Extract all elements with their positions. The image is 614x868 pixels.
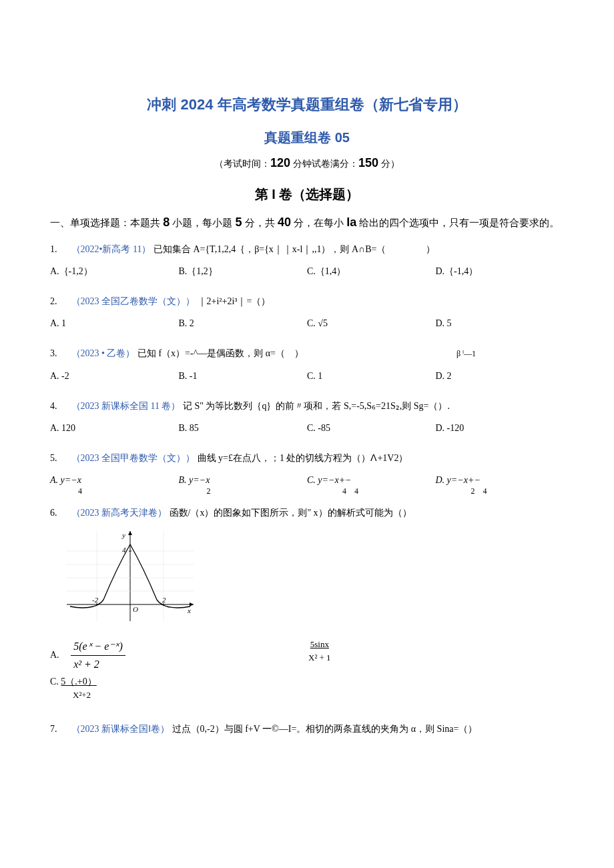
option-a-main: A. y=−x: [50, 475, 81, 485]
instr-text: 给出的四个选项中，只有一项是符合要求的。: [356, 217, 559, 228]
q-number: 2.: [50, 293, 69, 310]
option-a-sub: 4: [77, 487, 83, 495]
option-b-numerator: 5sinx: [307, 638, 332, 651]
instr-num: Ia: [346, 215, 356, 229]
instr-text: 分，在每小: [291, 217, 346, 228]
instructions: 一、单项选择题：本题共 8 小题，每小题 5 分，共 40 分，在每小 Ia 给…: [50, 213, 564, 232]
exam-info-mid: 分钟试卷满分：: [290, 158, 358, 169]
q-source: （2023 新课标全国 11 卷）: [71, 401, 181, 411]
option-c-sub: 4 4: [334, 487, 367, 495]
svg-text:O: O: [133, 605, 138, 613]
q-source: （2023 全国甲卷数学（文））: [71, 453, 196, 463]
option-c-main: C. y=−x+−: [307, 475, 352, 485]
instr-num: 5: [236, 215, 242, 229]
instr-text: 一、单项选择题：本题共: [50, 217, 163, 228]
exam-time: 120: [270, 156, 290, 169]
option-a-denominator: x² + 2: [71, 656, 125, 673]
question-6: 6. （2023 新高考天津卷） 函数/（x）的图象如下图所示，则" x）的解析…: [50, 504, 564, 702]
question-1: 1. （2022•新高考 11） 已知集合 A={T,1,2,4｛，β={x｜｜…: [50, 241, 564, 280]
q-number: 7.: [50, 721, 69, 737]
option-b-denominator: X² + 1: [307, 651, 332, 665]
option-d: D. 5: [436, 315, 565, 332]
q-stem-text: 记 S" 为等比数列｛q｝的前〃项和，若 S,=-5,S₆=21S₂,则 Sg=…: [183, 401, 450, 411]
q-blank-paren: ）: [388, 244, 435, 254]
option-b: B. y=−x 2: [179, 472, 308, 496]
exam-score: 150: [358, 156, 378, 169]
option-c: C. -85: [307, 420, 436, 436]
question-4: 4. （2023 新课标全国 11 卷） 记 S" 为等比数列｛q｝的前〃项和，…: [50, 398, 564, 436]
q-stem-text: 过点（0,-2）与圆 f+V 一©—I=。相切的两条直线的夹角为 α，则 Sin…: [172, 724, 478, 734]
sub-title: 真题重组卷 05: [50, 127, 564, 147]
options: A. 120 B. 85 C. -85 D. -120: [50, 420, 564, 436]
question-7: 7. （2023 新课标全国Ⅰ卷） 过点（0,-2）与圆 f+V 一©—I=。相…: [50, 721, 564, 737]
option-c-numerator: 5（.+0）: [61, 677, 96, 687]
question-5: 5. （2023 全国甲卷数学（文）） 曲线 y=£在点八，；1 处的切线方程为…: [50, 450, 564, 496]
q-stem-text: ｜2+i²+2i³｜=（）: [198, 296, 271, 306]
option-c-denominator: X²+2: [73, 689, 564, 702]
q-source: （2023 全国乙卷数学（文））: [71, 296, 196, 306]
option-b: B.｛1,2｝: [179, 263, 308, 280]
instr-text: 分，共: [242, 217, 278, 228]
option-b: 5sinx X² + 1: [307, 638, 564, 673]
option-a-numerator: 5(eˣ − e⁻ˣ): [71, 638, 125, 656]
svg-text:-2: -2: [92, 596, 99, 604]
option-b-main: B. y=−x: [179, 475, 210, 485]
svg-text:y: y: [121, 531, 125, 539]
q-stem-text: 曲线 y=£在点八，；1 处的切线方程为（）Ʌ+1V2）: [198, 453, 408, 463]
section-title: 第 I 卷（选择题）: [50, 184, 564, 204]
option-a: A. 5(eˣ − e⁻ˣ) x² + 2: [50, 638, 307, 673]
options: A.｛-1,2） B.｛1,2｝ C.｛1,4） D.｛-1,4）: [50, 263, 564, 280]
svg-text:x: x: [187, 606, 191, 614]
option-d: D. -120: [436, 420, 565, 436]
option-a: A.｛-1,2）: [50, 263, 179, 280]
option-a: A. -2: [50, 368, 179, 384]
svg-text:4: 4: [122, 546, 126, 554]
q-source: （2022•新高考 11）: [71, 244, 151, 254]
q-stem-sub: β ˡ—1: [446, 350, 486, 358]
instr-text: 小题，每小题: [170, 217, 235, 228]
q-source: （2023 • 乙卷）: [71, 348, 135, 358]
question-3: 3. （2023 • 乙卷） 已知 f（x）=-^—是偶函数，则 α=（ ） β…: [50, 345, 564, 384]
exam-info-post: 分）: [378, 158, 400, 169]
option-d-main: D. y=−x+−: [436, 475, 481, 485]
options-row-ab: A. 5(eˣ − e⁻ˣ) x² + 2 5sinx X² + 1: [50, 638, 564, 673]
option-b: B. 2: [179, 315, 308, 332]
option-d: D. 2: [436, 368, 565, 384]
q-number: 6.: [50, 504, 69, 521]
option-b: B. -1: [179, 368, 308, 384]
svg-text:2: 2: [162, 596, 166, 604]
option-c: C. y=−x+− 4 4: [307, 472, 436, 496]
options: A. y=−x 4 B. y=−x 2 C. y=−x+− 4 4 D. y=−…: [50, 472, 564, 496]
q-stem-text: 已知集合 A={T,1,2,4｛，β={x｜｜x-l｜,,1），则 A∩B=（: [154, 244, 386, 254]
option-a: A. 1: [50, 315, 179, 332]
q-number: 5.: [50, 450, 69, 466]
option-c-label: C.: [50, 677, 61, 687]
q-stem-text: 已知 f（x）=-^—是偶函数，则 α=（ ）: [137, 348, 304, 358]
exam-info: （考试时间：120 分钟试卷满分：150 分）: [50, 154, 564, 172]
option-a: A. 120: [50, 420, 179, 436]
question-2: 2. （2023 全国乙卷数学（文）） ｜2+i²+2i³｜=（） A. 1 B…: [50, 293, 564, 332]
options: A. 1 B. 2 C. √5 D. 5: [50, 315, 564, 332]
option-c: C. √5: [307, 315, 436, 332]
q-stem-text: 函数/（x）的图象如下图所示，则" x）的解析式可能为（）: [170, 508, 412, 518]
option-b-sub: 2: [206, 487, 212, 495]
q-source: （2023 新高考天津卷）: [71, 508, 168, 518]
option-d-sub: 2 4: [463, 487, 496, 495]
option-d: D.｛-1,4）: [436, 263, 565, 280]
option-d: D. y=−x+− 2 4: [436, 472, 565, 496]
q-source: （2023 新课标全国Ⅰ卷）: [71, 724, 170, 734]
q-number: 1.: [50, 241, 69, 258]
option-a: A. y=−x 4: [50, 472, 179, 496]
main-title: 冲刺 2024 年高考数学真题重组卷（新七省专用）: [50, 93, 564, 115]
option-b: B. 85: [179, 420, 308, 436]
options: A. -2 B. -1 C. 1 D. 2: [50, 368, 564, 384]
function-graph: -2 2 4 O x y: [63, 528, 564, 628]
instr-num: 8: [163, 215, 170, 229]
option-c: C. 1: [307, 368, 436, 384]
option-c: C.｛1,4）: [307, 263, 436, 280]
instr-num: 40: [278, 215, 291, 229]
option-c: C. 5（.+0） X²+2: [50, 675, 564, 702]
q-number: 3.: [50, 345, 69, 362]
exam-info-pre: （考试时间：: [214, 158, 270, 169]
option-a-prefix: A.: [50, 650, 69, 660]
